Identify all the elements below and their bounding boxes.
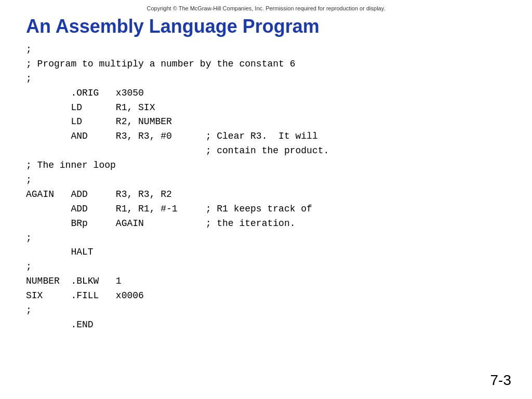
code-line: AND R3, R3, #0 ; Clear R3. It will: [26, 129, 532, 144]
code-line: .END: [26, 318, 532, 332]
code-line: ;: [26, 173, 532, 188]
code-line: ; The inner loop: [26, 158, 532, 173]
code-line: ;: [26, 72, 532, 86]
code-line: SIX .FILL x0006: [26, 289, 532, 303]
code-line: BRp AGAIN ; the iteration.: [26, 217, 532, 231]
code-line: HALT: [26, 245, 532, 260]
code-line: .ORIG x3050: [26, 86, 532, 101]
slide-number: 7-3: [490, 372, 511, 389]
code-line: AGAIN ADD R3, R3, R2: [26, 188, 532, 202]
code-line: LD R1, SIX: [26, 101, 532, 115]
slide-title: An Assembly Language Program: [0, 16, 532, 43]
code-line: ADD R1, R1, #-1 ; R1 keeps track of: [26, 202, 532, 217]
copyright-text: Copyright © The McGraw-Hill Companies, I…: [0, 0, 532, 16]
code-block: ;; Program to multiply a number by the c…: [0, 43, 532, 332]
code-line: LD R2, NUMBER: [26, 115, 532, 129]
code-line: ; Program to multiply a number by the co…: [26, 57, 532, 72]
title-text: An Assembly Language Program: [0, 16, 532, 43]
code-line: NUMBER .BLKW 1: [26, 274, 532, 289]
code-line: ;: [26, 260, 532, 274]
code-line: ; contain the product.: [26, 144, 532, 158]
code-line: ;: [26, 43, 532, 57]
copyright-bar: Copyright © The McGraw-Hill Companies, I…: [0, 0, 532, 16]
code-line: ;: [26, 303, 532, 318]
code-line: ;: [26, 231, 532, 246]
